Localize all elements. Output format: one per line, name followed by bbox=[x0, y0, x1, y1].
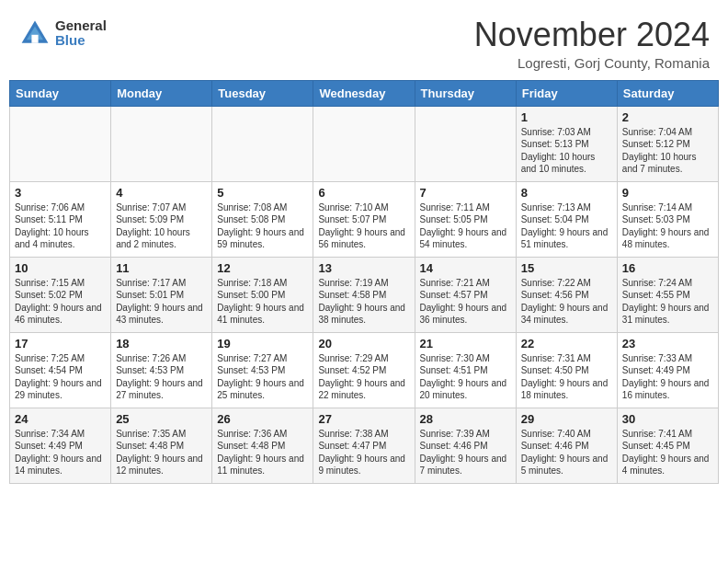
calendar-cell: 28Sunrise: 7:39 AMSunset: 4:46 PMDayligh… bbox=[415, 408, 516, 483]
calendar-week-5: 24Sunrise: 7:34 AMSunset: 4:49 PMDayligh… bbox=[10, 408, 719, 483]
calendar-cell: 16Sunrise: 7:24 AMSunset: 4:55 PMDayligh… bbox=[617, 257, 718, 332]
calendar-cell: 30Sunrise: 7:41 AMSunset: 4:45 PMDayligh… bbox=[617, 408, 718, 483]
day-info: Sunrise: 7:40 AMSunset: 4:46 PMDaylight:… bbox=[521, 428, 612, 477]
day-info: Sunrise: 7:24 AMSunset: 4:55 PMDaylight:… bbox=[622, 277, 713, 327]
day-info: Sunrise: 7:38 AMSunset: 4:47 PMDaylight:… bbox=[318, 428, 409, 477]
calendar-cell: 25Sunrise: 7:35 AMSunset: 4:48 PMDayligh… bbox=[111, 408, 212, 483]
day-info: Sunrise: 7:17 AMSunset: 5:01 PMDaylight:… bbox=[116, 277, 207, 327]
logo-text: General Blue bbox=[55, 18, 107, 49]
calendar-cell bbox=[111, 106, 212, 181]
title-section: November 2024 Logresti, Gorj County, Rom… bbox=[474, 17, 710, 71]
day-number: 8 bbox=[521, 186, 612, 200]
col-header-saturday: Saturday bbox=[617, 80, 718, 106]
day-number: 26 bbox=[217, 412, 308, 426]
col-header-monday: Monday bbox=[111, 80, 212, 106]
day-info: Sunrise: 7:04 AMSunset: 5:12 PMDaylight:… bbox=[622, 126, 713, 176]
calendar-cell: 5Sunrise: 7:08 AMSunset: 5:08 PMDaylight… bbox=[212, 181, 313, 257]
calendar-cell: 10Sunrise: 7:15 AMSunset: 5:02 PMDayligh… bbox=[10, 257, 111, 332]
day-number: 18 bbox=[116, 337, 207, 350]
calendar-cell: 21Sunrise: 7:30 AMSunset: 4:51 PMDayligh… bbox=[415, 332, 516, 408]
logo-general-text: General bbox=[55, 18, 107, 34]
day-number: 15 bbox=[521, 261, 612, 275]
calendar-week-1: 1Sunrise: 7:03 AMSunset: 5:13 PMDaylight… bbox=[10, 106, 719, 181]
calendar-cell: 15Sunrise: 7:22 AMSunset: 4:56 PMDayligh… bbox=[516, 257, 617, 332]
header: General Blue November 2024 Logresti, Gor… bbox=[0, 0, 728, 80]
calendar-cell: 20Sunrise: 7:29 AMSunset: 4:52 PMDayligh… bbox=[313, 332, 415, 408]
day-info: Sunrise: 7:03 AMSunset: 5:13 PMDaylight:… bbox=[521, 126, 612, 176]
day-number: 25 bbox=[116, 412, 207, 426]
day-info: Sunrise: 7:07 AMSunset: 5:09 PMDaylight:… bbox=[116, 201, 207, 251]
day-info: Sunrise: 7:26 AMSunset: 4:53 PMDaylight:… bbox=[116, 352, 207, 402]
day-number: 1 bbox=[521, 110, 612, 124]
day-number: 3 bbox=[15, 186, 106, 200]
calendar-cell: 3Sunrise: 7:06 AMSunset: 5:11 PMDaylight… bbox=[10, 181, 111, 257]
calendar-cell: 7Sunrise: 7:11 AMSunset: 5:05 PMDaylight… bbox=[415, 181, 516, 257]
col-header-wednesday: Wednesday bbox=[313, 80, 415, 106]
calendar-week-2: 3Sunrise: 7:06 AMSunset: 5:11 PMDaylight… bbox=[10, 181, 719, 257]
day-info: Sunrise: 7:34 AMSunset: 4:49 PMDaylight:… bbox=[15, 428, 106, 477]
day-info: Sunrise: 7:25 AMSunset: 4:54 PMDaylight:… bbox=[15, 352, 106, 402]
calendar-cell: 29Sunrise: 7:40 AMSunset: 4:46 PMDayligh… bbox=[516, 408, 617, 483]
calendar-cell bbox=[313, 106, 415, 181]
day-number: 24 bbox=[15, 412, 106, 426]
day-number: 5 bbox=[217, 186, 308, 200]
day-number: 11 bbox=[116, 261, 207, 275]
day-info: Sunrise: 7:14 AMSunset: 5:03 PMDaylight:… bbox=[622, 201, 713, 251]
calendar-cell: 12Sunrise: 7:18 AMSunset: 5:00 PMDayligh… bbox=[212, 257, 313, 332]
calendar-cell: 23Sunrise: 7:33 AMSunset: 4:49 PMDayligh… bbox=[617, 332, 718, 408]
calendar-cell: 13Sunrise: 7:19 AMSunset: 4:58 PMDayligh… bbox=[313, 257, 415, 332]
calendar-cell: 2Sunrise: 7:04 AMSunset: 5:12 PMDaylight… bbox=[617, 106, 718, 181]
day-info: Sunrise: 7:39 AMSunset: 4:46 PMDaylight:… bbox=[420, 428, 511, 477]
day-info: Sunrise: 7:29 AMSunset: 4:52 PMDaylight:… bbox=[318, 352, 409, 402]
day-info: Sunrise: 7:11 AMSunset: 5:05 PMDaylight:… bbox=[420, 201, 511, 251]
day-info: Sunrise: 7:31 AMSunset: 4:50 PMDaylight:… bbox=[521, 352, 612, 402]
calendar-cell: 14Sunrise: 7:21 AMSunset: 4:57 PMDayligh… bbox=[415, 257, 516, 332]
day-number: 27 bbox=[318, 412, 409, 426]
logo: General Blue bbox=[18, 17, 107, 50]
day-number: 22 bbox=[521, 337, 612, 350]
calendar-cell: 11Sunrise: 7:17 AMSunset: 5:01 PMDayligh… bbox=[111, 257, 212, 332]
day-number: 16 bbox=[622, 261, 713, 275]
calendar-cell: 9Sunrise: 7:14 AMSunset: 5:03 PMDaylight… bbox=[617, 181, 718, 257]
day-info: Sunrise: 7:06 AMSunset: 5:11 PMDaylight:… bbox=[15, 201, 106, 251]
day-number: 9 bbox=[622, 186, 713, 200]
day-number: 21 bbox=[420, 337, 511, 350]
col-header-friday: Friday bbox=[516, 80, 617, 106]
calendar-cell bbox=[10, 106, 111, 181]
day-number: 13 bbox=[318, 261, 409, 275]
day-number: 14 bbox=[420, 261, 511, 275]
calendar-wrapper: SundayMondayTuesdayWednesdayThursdayFrid… bbox=[0, 80, 728, 493]
day-info: Sunrise: 7:21 AMSunset: 4:57 PMDaylight:… bbox=[420, 277, 511, 327]
calendar-cell bbox=[212, 106, 313, 181]
page: General Blue November 2024 Logresti, Gor… bbox=[0, 0, 728, 493]
location: Logresti, Gorj County, Romania bbox=[474, 55, 710, 71]
logo-blue-text: Blue bbox=[55, 33, 107, 49]
day-number: 17 bbox=[15, 337, 106, 350]
col-header-sunday: Sunday bbox=[10, 80, 111, 106]
logo-icon bbox=[18, 17, 51, 50]
day-number: 2 bbox=[622, 110, 713, 124]
day-info: Sunrise: 7:33 AMSunset: 4:49 PMDaylight:… bbox=[622, 352, 713, 402]
month-title: November 2024 bbox=[474, 17, 710, 53]
day-number: 6 bbox=[318, 186, 409, 200]
calendar-cell: 6Sunrise: 7:10 AMSunset: 5:07 PMDaylight… bbox=[313, 181, 415, 257]
calendar-cell: 24Sunrise: 7:34 AMSunset: 4:49 PMDayligh… bbox=[10, 408, 111, 483]
col-header-thursday: Thursday bbox=[415, 80, 516, 106]
calendar-cell: 22Sunrise: 7:31 AMSunset: 4:50 PMDayligh… bbox=[516, 332, 617, 408]
calendar-cell: 26Sunrise: 7:36 AMSunset: 4:48 PMDayligh… bbox=[212, 408, 313, 483]
day-info: Sunrise: 7:18 AMSunset: 5:00 PMDaylight:… bbox=[217, 277, 308, 327]
calendar-cell: 18Sunrise: 7:26 AMSunset: 4:53 PMDayligh… bbox=[111, 332, 212, 408]
day-info: Sunrise: 7:22 AMSunset: 4:56 PMDaylight:… bbox=[521, 277, 612, 327]
svg-rect-2 bbox=[31, 35, 38, 43]
calendar-cell: 19Sunrise: 7:27 AMSunset: 4:53 PMDayligh… bbox=[212, 332, 313, 408]
day-number: 29 bbox=[521, 412, 612, 426]
calendar-week-4: 17Sunrise: 7:25 AMSunset: 4:54 PMDayligh… bbox=[10, 332, 719, 408]
day-info: Sunrise: 7:41 AMSunset: 4:45 PMDaylight:… bbox=[622, 428, 713, 477]
calendar-cell: 27Sunrise: 7:38 AMSunset: 4:47 PMDayligh… bbox=[313, 408, 415, 483]
day-number: 7 bbox=[420, 186, 511, 200]
day-number: 10 bbox=[15, 261, 106, 275]
day-info: Sunrise: 7:19 AMSunset: 4:58 PMDaylight:… bbox=[318, 277, 409, 327]
col-header-tuesday: Tuesday bbox=[212, 80, 313, 106]
day-number: 4 bbox=[116, 186, 207, 200]
day-info: Sunrise: 7:08 AMSunset: 5:08 PMDaylight:… bbox=[217, 201, 308, 251]
